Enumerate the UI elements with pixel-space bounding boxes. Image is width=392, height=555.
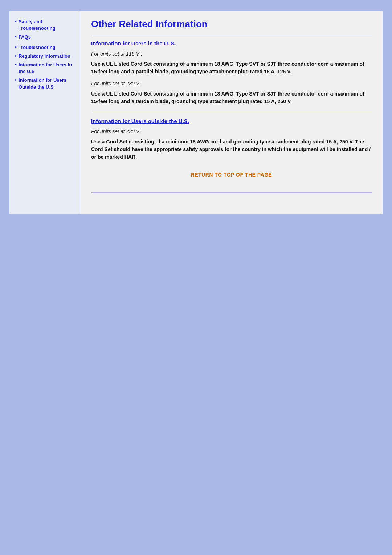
sidebar-item-info-outside-us[interactable]: Information for Users Outside the U.S — [15, 77, 76, 90]
sidebar-item-safety[interactable]: Safety and Troubleshooting — [15, 19, 76, 32]
us-section: Information for Users in the U. S. For u… — [91, 40, 372, 105]
sidebar-item-regulatory[interactable]: Regulatory Information — [15, 53, 76, 60]
return-to-top-link[interactable]: RETURN TO TOP OF THE PAGE — [91, 172, 372, 178]
page-wrapper: Safety and Troubleshooting FAQs Troubles… — [0, 0, 392, 225]
content-box: Safety and Troubleshooting FAQs Troubles… — [9, 11, 383, 214]
main-content: Other Related Information Information fo… — [80, 11, 383, 214]
divider-middle — [91, 113, 372, 113]
us-230v-label: For units set at 230 V: — [91, 81, 372, 86]
sidebar-link-info-us[interactable]: Information for Users in the U.S — [19, 62, 76, 75]
divider-bottom — [91, 192, 372, 193]
outside-us-section: Information for Users outside the U.S. F… — [91, 118, 372, 161]
sidebar: Safety and Troubleshooting FAQs Troubles… — [9, 11, 80, 214]
us-section-heading: Information for Users in the U. S. — [91, 40, 372, 46]
sidebar-item-info-us[interactable]: Information for Users in the U.S — [15, 62, 76, 75]
sidebar-group-2: Troubleshooting Regulatory Information I… — [15, 44, 76, 90]
sidebar-link-faqs[interactable]: FAQs — [19, 34, 31, 40]
us-115v-body: Use a UL Listed Cord Set consisting of a… — [91, 60, 372, 76]
outside-us-230v-body: Use a Cord Set consisting of a minimum 1… — [91, 138, 372, 161]
outside-us-230v-label: For units set at 230 V: — [91, 129, 372, 134]
sidebar-group-1: Safety and Troubleshooting FAQs — [15, 19, 76, 41]
us-230v-body: Use a UL Listed Cord Set consisting of a… — [91, 90, 372, 105]
sidebar-link-safety[interactable]: Safety and Troubleshooting — [19, 19, 76, 32]
outside-us-section-heading: Information for Users outside the U.S. — [91, 118, 372, 124]
us-115v-label: For units set at 115 V : — [91, 51, 372, 57]
sidebar-item-faqs[interactable]: FAQs — [15, 34, 76, 40]
sidebar-item-troubleshooting[interactable]: Troubleshooting — [15, 44, 76, 51]
divider-top — [91, 35, 372, 35]
sidebar-link-info-outside-us[interactable]: Information for Users Outside the U.S — [19, 77, 76, 90]
sidebar-link-troubleshooting[interactable]: Troubleshooting — [19, 44, 56, 51]
sidebar-link-regulatory[interactable]: Regulatory Information — [19, 53, 70, 60]
page-title: Other Related Information — [91, 19, 372, 30]
